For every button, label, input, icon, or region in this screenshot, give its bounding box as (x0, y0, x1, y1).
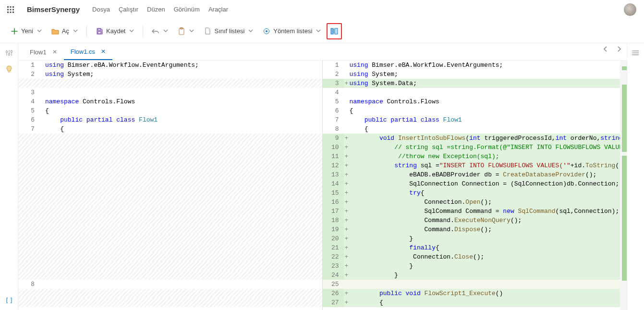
code-line-added: 20+ } (323, 234, 620, 243)
svg-rect-8 (12, 12, 14, 13)
chevron-down-icon (248, 27, 253, 35)
method-list-button[interactable]: Yöntem listesi (259, 23, 325, 39)
editor-main: Flow1 ✕ Flow1.cs ✕ 1using Bimser.eBA.Wor… (18, 43, 627, 310)
bracket-icon[interactable] (5, 297, 13, 304)
menu-view[interactable]: Görünüm (174, 6, 200, 13)
code-line (18, 79, 322, 88)
tab-flow1-cs[interactable]: Flow1.cs ✕ (64, 44, 112, 60)
code-line-added: 23+ } (323, 261, 620, 271)
lightbulb-icon[interactable] (5, 65, 13, 73)
compare-toggle-button[interactable] (327, 23, 342, 39)
overview-mark[interactable] (622, 66, 627, 70)
diff-removed-placeholder (18, 298, 322, 307)
code-line: 7 { (18, 124, 322, 134)
close-icon[interactable]: ✕ (52, 49, 57, 55)
svg-rect-16 (335, 28, 338, 34)
diff-removed-placeholder (18, 271, 322, 280)
menu-edit[interactable]: Düzen (147, 6, 165, 13)
svg-rect-0 (7, 6, 9, 8)
code-line: 2using System; (18, 70, 322, 79)
editor-left[interactable]: 1using Bimser.eBA.Workflow.EventArgument… (18, 61, 323, 310)
undo-icon (152, 27, 159, 35)
code-line: 8 (18, 280, 322, 289)
new-button[interactable]: Yeni (7, 23, 46, 39)
clipboard-icon (178, 27, 185, 35)
toolbar-separator (86, 25, 87, 37)
settings-sliders-icon[interactable] (5, 49, 13, 57)
save-icon (96, 27, 103, 35)
next-tab-icon[interactable] (616, 46, 622, 53)
chevron-down-icon (163, 27, 168, 35)
code-line-added: 3+using System.Data; (323, 79, 620, 88)
overview-ruler[interactable] (620, 61, 627, 310)
code-line-added: 27+ { (323, 298, 620, 307)
undo-button[interactable] (148, 23, 172, 39)
toolbar-separator (143, 25, 143, 37)
menu-run[interactable]: Çalıştır (119, 6, 138, 13)
chevron-down-icon (73, 27, 78, 35)
svg-rect-12 (180, 27, 183, 29)
diff-removed-placeholder (18, 216, 322, 225)
right-rail (627, 43, 644, 310)
chevron-down-icon (37, 27, 42, 35)
code-line: 5namespace Controls.Flows (323, 97, 620, 106)
menu-file[interactable]: Dosya (92, 6, 110, 13)
diff-removed-placeholder (18, 170, 322, 179)
code-line-added: 19+ Command.Dispose(); (323, 225, 620, 234)
left-rail (0, 43, 18, 310)
code-line-added: 13+ eBADB.eBADBProvider db = CreateDatab… (323, 170, 620, 179)
diff-removed-placeholder (18, 252, 322, 261)
user-avatar[interactable] (624, 3, 636, 16)
code-line: 5{ (18, 106, 322, 115)
diff-removed-placeholder (18, 234, 322, 243)
save-button[interactable]: Kaydet (92, 23, 138, 39)
diff-removed-placeholder (18, 161, 322, 170)
close-icon[interactable]: ✕ (101, 48, 106, 55)
tab-label: Flow1 (30, 49, 47, 56)
code-line-added: 18+ Command.ExecuteNonQuery(); (323, 216, 620, 225)
list-icon[interactable] (632, 49, 640, 57)
diff-removed-placeholder (18, 152, 322, 161)
code-line-added: 16+ Connection.Open(); (323, 198, 620, 207)
code-line-added: 21+ finally{ (323, 243, 620, 252)
code-line: 1using Bimser.eBA.Workflow.EventArgument… (323, 61, 620, 70)
svg-rect-4 (10, 9, 12, 10)
code-line-added: 9+ void InsertIntoSubFlows(int triggered… (323, 134, 620, 143)
diff-removed-placeholder (18, 261, 322, 271)
target-icon (263, 27, 270, 35)
diff-removed-placeholder (18, 207, 322, 216)
code-line: 2using System; (323, 70, 620, 79)
diff-removed-placeholder (18, 198, 322, 207)
new-label: Yeni (21, 27, 33, 35)
code-line-added: 17+ SqlCommand Command = new SqlCommand(… (323, 207, 620, 216)
toolbar: Yeni Aç Kaydet (0, 19, 644, 43)
code-line: 7 public partial class Flow1 (323, 115, 620, 124)
diff-removed-placeholder (18, 179, 322, 188)
menu-tools[interactable]: Araçlar (208, 6, 228, 13)
save-label: Kaydet (106, 27, 125, 35)
svg-rect-2 (12, 6, 14, 8)
code-line-added: 11+ //throw new Exception(sql); (323, 152, 620, 161)
clipboard-button[interactable] (174, 23, 198, 39)
editor-right[interactable]: 1using Bimser.eBA.Workflow.EventArgument… (323, 61, 627, 310)
overview-mark[interactable] (622, 85, 627, 152)
code-line: 1using Bimser.eBA.Workflow.EventArgument… (18, 61, 322, 70)
apps-grid-icon[interactable] (5, 4, 16, 15)
open-label: Aç (62, 27, 69, 35)
chevron-down-icon (129, 27, 134, 35)
open-button[interactable]: Aç (48, 23, 82, 39)
plus-icon (11, 27, 18, 35)
svg-rect-10 (98, 29, 100, 30)
svg-point-18 (8, 53, 10, 55)
code-line-added: 22+ Connection.Close(); (323, 252, 620, 261)
class-list-button[interactable]: Sınıf listesi (200, 23, 257, 39)
document-icon (204, 27, 211, 35)
diff-editors: 1using Bimser.eBA.Workflow.EventArgument… (18, 61, 627, 310)
prev-tab-icon[interactable] (603, 46, 608, 53)
tab-flow1[interactable]: Flow1 ✕ (23, 44, 64, 60)
overview-mark[interactable] (622, 156, 627, 281)
code-line: 3 (18, 88, 322, 97)
chevron-down-icon (316, 27, 321, 35)
svg-point-22 (632, 54, 633, 55)
code-line: 6 public partial class Flow1 (18, 115, 322, 124)
